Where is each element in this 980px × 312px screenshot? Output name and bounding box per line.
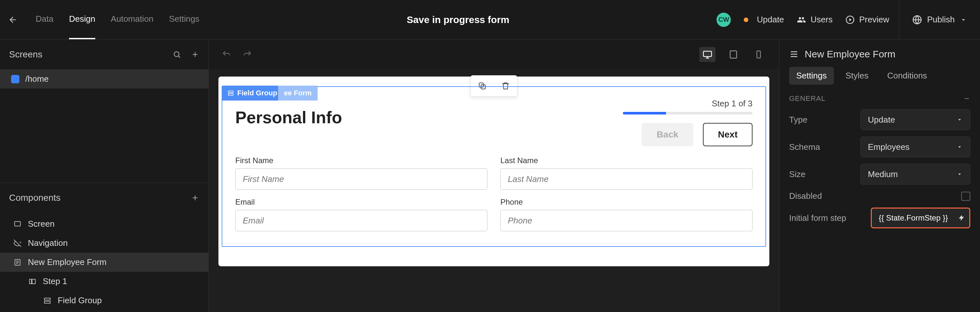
search-icon[interactable] [173,50,181,59]
chevron-down-icon [960,16,967,23]
first-name-input[interactable] [235,168,487,190]
chevron-down-icon [956,171,963,178]
tree-label: Navigation [28,238,68,248]
section-general: GENERAL [789,94,826,103]
components-heading: Components [9,193,60,203]
panel-tab-styles[interactable]: Styles [838,67,876,85]
next-step-button[interactable]: Next [703,123,752,146]
prop-initial-step-input[interactable]: {{ State.FormStep }} [871,208,956,228]
svg-rect-11 [757,51,760,58]
undo-icon[interactable] [222,50,231,59]
tree-label: Screen [28,219,54,229]
preview-label: Preview [859,14,889,25]
selection-chip-form[interactable]: ee Form [278,86,318,101]
back-step-button[interactable]: Back [642,123,693,146]
tree-label: Field Group [58,296,102,306]
prop-schema-select[interactable]: Employees [861,136,970,157]
publish-button[interactable]: Publish [899,0,980,40]
prop-type-label: Type [789,115,861,125]
tree-navigation[interactable]: Navigation [0,234,208,253]
binding-bolt-icon[interactable] [953,208,970,228]
email-label: Email [235,197,487,206]
panel-tab-conditions[interactable]: Conditions [880,67,934,85]
select-value: Medium [868,169,898,179]
panel-title: New Employee Form [805,49,896,60]
redo-icon[interactable] [242,50,252,59]
step-indicator: Step 1 of 3 [623,99,752,109]
navigation-hidden-icon [13,239,22,247]
screen-icon [13,220,22,228]
svg-point-2 [174,51,179,56]
prop-schema-label: Schema [789,142,861,152]
tree-field-group[interactable]: Field Group [0,291,208,310]
collapse-icon[interactable] [963,95,970,102]
tab-automation[interactable]: Automation [111,0,154,39]
status-dot-icon [744,18,748,22]
selection-chip-field-group[interactable]: Field Group [222,86,283,101]
svg-rect-14 [229,91,233,93]
screen-item-home[interactable]: /home [0,69,208,88]
publish-label: Publish [927,14,955,25]
last-name-label: Last Name [500,156,752,165]
device-desktop[interactable] [699,47,716,62]
add-screen-icon[interactable] [191,50,199,59]
tree-label: New Employee Form [28,257,107,267]
svg-rect-9 [703,51,712,56]
users-label: Users [810,14,832,25]
tree-label: Step 1 [43,276,67,286]
form-icon [13,259,22,266]
screen-item-label: /home [25,74,49,84]
preview-button[interactable]: Preview [845,14,889,25]
form-card[interactable]: Field Group ee Form Personal Info Step 1… [218,77,769,266]
first-name-label: First Name [235,156,487,165]
field-group-icon [43,297,52,304]
tab-settings[interactable]: Settings [169,0,199,39]
svg-rect-15 [229,94,233,95]
select-value: Update [868,115,895,125]
prop-type-select[interactable]: Update [861,109,970,130]
add-component-icon[interactable] [191,194,199,202]
update-label: Update [757,14,784,25]
select-value: Employees [868,142,910,152]
chevron-down-icon [956,144,963,150]
device-tablet[interactable] [725,47,741,62]
device-mobile[interactable] [751,47,766,62]
user-avatar[interactable]: CW [716,13,731,27]
svg-rect-5 [30,279,32,284]
prop-disabled-label: Disabled [789,191,861,201]
users-icon [797,15,806,24]
tree-new-employee-form[interactable]: New Employee Form [0,253,208,272]
screen-color-icon [11,75,19,83]
prop-size-select[interactable]: Medium [861,164,970,184]
phone-input[interactable] [500,210,752,231]
users-button[interactable]: Users [797,14,832,25]
globe-icon [912,15,922,25]
prop-size-label: Size [789,169,861,179]
phone-label: Phone [500,197,752,206]
binding-value: {{ State.FormStep }} [879,213,948,222]
svg-rect-8 [45,301,50,303]
chevron-down-icon [956,117,963,123]
form-icon [789,49,799,59]
svg-rect-7 [45,298,50,300]
back-button[interactable] [0,15,26,25]
tree-screen[interactable]: Screen [0,214,208,234]
prop-disabled-checkbox[interactable] [961,192,970,201]
screens-heading: Screens [9,49,43,60]
svg-rect-3 [14,221,21,226]
tab-data[interactable]: Data [36,0,54,39]
svg-rect-10 [730,51,737,58]
last-name-input[interactable] [500,168,752,190]
email-input[interactable] [235,210,487,231]
tree-step-1[interactable]: Step 1 [0,272,208,291]
form-title: Personal Info [235,108,342,127]
progress-bar [623,112,752,115]
update-button[interactable]: Update [744,14,784,25]
prop-initial-step-label: Initial form step [789,213,861,223]
app-title: Save in progress form [199,14,716,25]
tab-design[interactable]: Design [69,0,95,39]
chip-label: ee Form [284,89,312,97]
svg-rect-6 [32,279,35,284]
step-icon [28,278,37,285]
panel-tab-settings[interactable]: Settings [789,67,834,85]
